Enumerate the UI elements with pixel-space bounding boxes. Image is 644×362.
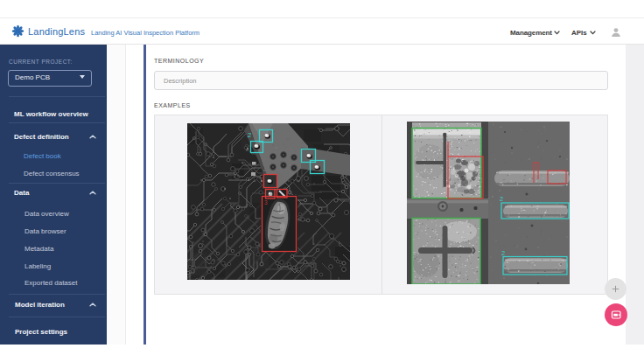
svg-text:2: 2	[500, 195, 503, 203]
svg-text:3: 3	[264, 199, 268, 205]
svg-text:2: 2	[501, 249, 505, 257]
svg-text:2: 2	[248, 131, 251, 139]
